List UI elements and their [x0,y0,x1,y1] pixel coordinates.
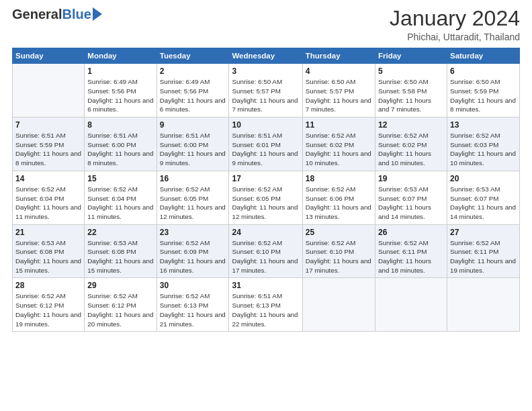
daylight-text: Daylight: 11 hours and 10 minutes. [450,149,517,167]
day-info: Sunrise: 6:50 AMSunset: 5:57 PMDaylight:… [232,77,299,114]
day-number: 27 [450,228,517,237]
sunset-text: Sunset: 6:09 PM [160,247,226,257]
day-number: 8 [87,120,153,130]
sunrise-text: Sunrise: 6:52 AM [87,291,153,301]
daylight-text: Daylight: 11 hours and 6 minutes. [87,96,153,114]
calendar-cell: 23Sunrise: 6:52 AMSunset: 6:09 PMDayligh… [157,224,229,278]
day-info: Sunrise: 6:52 AMSunset: 6:09 PMDaylight:… [160,238,226,275]
sunset-text: Sunset: 6:06 PM [306,194,372,203]
sunrise-text: Sunrise: 6:52 AM [15,185,81,194]
sunrise-text: Sunrise: 6:52 AM [87,185,153,194]
sunrise-text: Sunrise: 6:50 AM [232,77,299,87]
calendar-cell: 21Sunrise: 6:53 AMSunset: 6:08 PMDayligh… [13,224,85,278]
day-info: Sunrise: 6:52 AMSunset: 6:13 PMDaylight:… [160,291,226,328]
calendar-cell: 10Sunrise: 6:51 AMSunset: 6:01 PMDayligh… [229,118,302,171]
sunset-text: Sunset: 5:58 PM [378,87,444,96]
calendar-cell: 12Sunrise: 6:52 AMSunset: 6:02 PMDayligh… [375,118,447,171]
calendar-table: Sunday Monday Tuesday Wednesday Thursday… [12,48,520,332]
sunset-text: Sunset: 6:00 PM [160,140,226,150]
day-number: 10 [232,120,299,130]
daylight-text: Daylight: 11 hours and 15 minutes. [15,257,81,275]
calendar-cell: 11Sunrise: 6:52 AMSunset: 6:02 PMDayligh… [302,118,375,171]
daylight-text: Daylight: 11 hours and 16 minutes. [160,257,226,275]
sunset-text: Sunset: 6:02 PM [306,140,372,150]
sunset-text: Sunset: 5:59 PM [15,140,81,150]
day-number: 28 [15,281,81,290]
day-number: 14 [15,174,81,183]
daylight-text: Daylight: 11 hours and 11 minutes. [15,203,81,221]
sunrise-text: Sunrise: 6:51 AM [15,131,81,140]
daylight-text: Daylight: 11 hours and 20 minutes. [87,310,153,328]
header-monday: Monday [85,48,157,64]
day-info: Sunrise: 6:52 AMSunset: 6:06 PMDaylight:… [306,185,372,222]
calendar-cell: 30Sunrise: 6:52 AMSunset: 6:13 PMDayligh… [157,278,229,332]
calendar-cell: 8Sunrise: 6:51 AMSunset: 6:00 PMDaylight… [85,118,157,171]
day-number: 30 [160,281,226,290]
sunset-text: Sunset: 6:11 PM [450,247,517,257]
sunset-text: Sunset: 6:07 PM [378,194,444,203]
calendar-cell: 1Sunrise: 6:49 AMSunset: 5:56 PMDaylight… [85,64,157,118]
sunset-text: Sunset: 5:56 PM [160,87,226,96]
calendar-cell: 20Sunrise: 6:53 AMSunset: 6:07 PMDayligh… [447,171,519,224]
sunset-text: Sunset: 5:59 PM [450,87,517,96]
day-info: Sunrise: 6:50 AMSunset: 5:58 PMDaylight:… [378,77,444,114]
daylight-text: Daylight: 11 hours and 21 minutes. [160,310,226,328]
calendar-week-row: 1Sunrise: 6:49 AMSunset: 5:56 PMDaylight… [13,64,520,118]
daylight-text: Daylight: 11 hours and 17 minutes. [306,257,372,275]
daylight-text: Daylight: 11 hours and 19 minutes. [15,310,81,328]
title-block: January 2024 Phichai, Uttaradit, Thailan… [390,7,520,42]
day-info: Sunrise: 6:52 AMSunset: 6:04 PMDaylight:… [87,185,153,222]
daylight-text: Daylight: 11 hours and 8 minutes. [87,149,153,167]
day-info: Sunrise: 6:52 AMSunset: 6:02 PMDaylight:… [306,131,372,168]
sunset-text: Sunset: 6:12 PM [87,301,153,310]
sunset-text: Sunset: 6:12 PM [15,301,81,310]
day-number: 4 [306,66,372,76]
sunset-text: Sunset: 6:04 PM [15,194,81,203]
sunrise-text: Sunrise: 6:50 AM [450,77,517,87]
calendar-cell: 16Sunrise: 6:52 AMSunset: 6:05 PMDayligh… [157,171,229,224]
day-info: Sunrise: 6:53 AMSunset: 6:08 PMDaylight:… [87,238,153,275]
daylight-text: Daylight: 11 hours and 14 minutes. [378,203,444,221]
sunrise-text: Sunrise: 6:53 AM [450,185,517,194]
day-number: 25 [306,228,372,237]
calendar-cell: 25Sunrise: 6:52 AMSunset: 6:10 PMDayligh… [302,224,375,278]
sunrise-text: Sunrise: 6:53 AM [15,238,81,248]
daylight-text: Daylight: 11 hours and 18 minutes. [378,257,444,275]
day-info: Sunrise: 6:51 AMSunset: 6:13 PMDaylight:… [232,291,299,328]
day-info: Sunrise: 6:51 AMSunset: 6:01 PMDaylight:… [232,131,299,168]
sunset-text: Sunset: 6:10 PM [232,247,299,257]
calendar-cell: 4Sunrise: 6:50 AMSunset: 5:57 PMDaylight… [302,64,375,118]
day-info: Sunrise: 6:50 AMSunset: 5:59 PMDaylight:… [450,77,517,114]
calendar-cell: 2Sunrise: 6:49 AMSunset: 5:56 PMDaylight… [157,64,229,118]
header: General Blue January 2024 Phichai, Uttar… [12,7,520,42]
day-info: Sunrise: 6:53 AMSunset: 6:08 PMDaylight:… [15,238,81,275]
calendar-cell: 29Sunrise: 6:52 AMSunset: 6:12 PMDayligh… [85,278,157,332]
calendar-cell: 31Sunrise: 6:51 AMSunset: 6:13 PMDayligh… [229,278,302,332]
day-number: 18 [306,174,372,183]
calendar-cell: 26Sunrise: 6:52 AMSunset: 6:11 PMDayligh… [375,224,447,278]
calendar-cell: 19Sunrise: 6:53 AMSunset: 6:07 PMDayligh… [375,171,447,224]
calendar-cell: 27Sunrise: 6:52 AMSunset: 6:11 PMDayligh… [447,224,519,278]
sunset-text: Sunset: 6:13 PM [160,301,226,310]
sunrise-text: Sunrise: 6:51 AM [232,131,299,140]
daylight-text: Daylight: 11 hours and 13 minutes. [306,203,372,221]
sunset-text: Sunset: 6:05 PM [232,194,299,203]
sunrise-text: Sunrise: 6:50 AM [378,77,444,87]
day-number: 21 [15,228,81,237]
calendar-cell: 15Sunrise: 6:52 AMSunset: 6:04 PMDayligh… [85,171,157,224]
day-info: Sunrise: 6:52 AMSunset: 6:02 PMDaylight:… [378,131,444,168]
header-sunday: Sunday [13,48,85,64]
sunrise-text: Sunrise: 6:51 AM [232,291,299,301]
day-info: Sunrise: 6:52 AMSunset: 6:10 PMDaylight:… [306,238,372,275]
day-info: Sunrise: 6:51 AMSunset: 6:00 PMDaylight:… [160,131,226,168]
daylight-text: Daylight: 11 hours and 7 minutes. [378,96,444,114]
calendar-cell: 6Sunrise: 6:50 AMSunset: 5:59 PMDaylight… [447,64,519,118]
day-number: 13 [450,120,517,130]
calendar-cell: 7Sunrise: 6:51 AMSunset: 5:59 PMDaylight… [13,118,85,171]
title-location: Phichai, Uttaradit, Thailand [390,32,520,42]
calendar-cell: 9Sunrise: 6:51 AMSunset: 6:00 PMDaylight… [157,118,229,171]
daylight-text: Daylight: 11 hours and 12 minutes. [160,203,226,221]
day-number: 5 [378,66,444,76]
day-number: 23 [160,228,226,237]
day-info: Sunrise: 6:53 AMSunset: 6:07 PMDaylight:… [378,185,444,222]
